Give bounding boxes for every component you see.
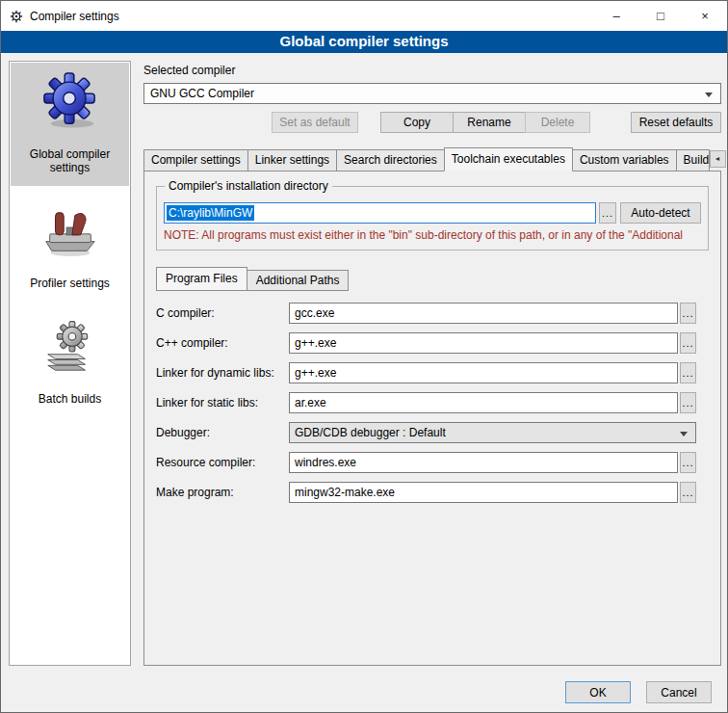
debugger-label: Debugger: bbox=[156, 426, 289, 439]
reset-defaults-button[interactable]: Reset defaults bbox=[631, 112, 721, 133]
browse-button[interactable]: ... bbox=[680, 303, 696, 324]
tab-linker-settings[interactable]: Linker settings bbox=[247, 149, 337, 171]
sidebar-item-label: Batch builds bbox=[39, 392, 101, 406]
chevron-down-icon bbox=[705, 92, 713, 97]
subtab-program-files[interactable]: Program Files bbox=[156, 267, 247, 291]
field-value: ar.exe bbox=[295, 396, 326, 409]
browse-button[interactable]: ... bbox=[680, 482, 696, 503]
cpp-compiler-input[interactable]: g++.exe bbox=[289, 332, 678, 354]
window-controls: – □ × bbox=[594, 1, 727, 31]
static-linker-label: Linker for static libs: bbox=[156, 396, 289, 409]
sidebar-item-batch-builds[interactable]: Batch builds bbox=[11, 307, 129, 417]
sidebar-item-profiler-settings[interactable]: Profiler settings bbox=[11, 192, 129, 302]
program-files-form: C compiler: gcc.exe ... C++ compiler: g+… bbox=[156, 303, 709, 503]
make-program-input[interactable]: mingw32-make.exe bbox=[289, 482, 678, 503]
chevron-down-icon bbox=[680, 432, 688, 436]
minimize-button[interactable]: – bbox=[594, 1, 638, 31]
dynamic-linker-input[interactable]: g++.exe bbox=[289, 362, 678, 383]
debugger-select[interactable]: GDB/CDB debugger : Default bbox=[289, 422, 696, 443]
resource-compiler-input[interactable]: windres.exe bbox=[289, 452, 678, 473]
form-row: C compiler: gcc.exe ... bbox=[156, 303, 696, 324]
form-row: Resource compiler: windres.exe ... bbox=[156, 452, 696, 473]
set-as-default-button[interactable]: Set as default bbox=[272, 112, 358, 133]
subtab-additional-paths[interactable]: Additional Paths bbox=[247, 270, 350, 291]
window-title: Compiler settings bbox=[30, 10, 119, 23]
tab-scroll-left-icon[interactable]: ◄ bbox=[710, 150, 726, 168]
program-subtabs: Program Files Additional Paths bbox=[156, 267, 709, 291]
tab-custom-variables[interactable]: Custom variables bbox=[572, 149, 677, 171]
browse-button[interactable]: ... bbox=[680, 392, 696, 413]
titlebar[interactable]: Compiler settings – □ × bbox=[1, 1, 727, 31]
cancel-button[interactable]: Cancel bbox=[646, 681, 712, 703]
rename-button[interactable]: Rename bbox=[453, 112, 526, 133]
sidebar-item-global-compiler-settings[interactable]: Global compiler settings bbox=[11, 63, 129, 186]
blue-gear-icon bbox=[40, 70, 100, 130]
static-linker-input[interactable]: ar.exe bbox=[289, 392, 678, 413]
tab-scroll-buttons: ◄ ► bbox=[709, 150, 728, 168]
field-value: gcc.exe bbox=[295, 306, 334, 320]
gray-gear-stack-icon bbox=[40, 315, 100, 375]
main-content: Selected compiler GNU GCC Compiler Set a… bbox=[143, 61, 721, 666]
compiler-select[interactable]: GNU GCC Compiler bbox=[143, 83, 721, 104]
compiler-actions: Set as default Copy Rename Delete Reset … bbox=[143, 112, 721, 133]
compiler-select-value: GNU GCC Compiler bbox=[150, 87, 254, 100]
install-dir-value: C:\raylib\MinGW bbox=[167, 205, 254, 221]
sidebar-item-label: Global compiler settings bbox=[13, 147, 127, 174]
c-compiler-label: C compiler: bbox=[156, 306, 289, 320]
sidebar-item-label: Profiler settings bbox=[30, 277, 110, 290]
form-row: Debugger: GDB/CDB debugger : Default bbox=[156, 422, 696, 443]
install-dir-browse-button[interactable]: ... bbox=[599, 202, 616, 224]
make-program-label: Make program: bbox=[156, 486, 289, 499]
auto-detect-button[interactable]: Auto-detect bbox=[620, 202, 701, 224]
delete-button[interactable]: Delete bbox=[525, 112, 590, 133]
compiler-settings-dialog: Compiler settings – □ × Global compiler … bbox=[0, 0, 728, 713]
maximize-button[interactable]: □ bbox=[638, 1, 683, 31]
app-gear-icon bbox=[10, 10, 23, 23]
form-row: C++ compiler: g++.exe ... bbox=[156, 332, 696, 354]
install-dir-group-title: Compiler's installation directory bbox=[165, 179, 332, 193]
tab-search-directories[interactable]: Search directories bbox=[336, 149, 445, 171]
category-sidebar: Global compiler settings Profiler settin… bbox=[9, 61, 131, 666]
tab-strip: Compiler settings Linker settings Search… bbox=[143, 146, 721, 171]
field-value: GDB/CDB debugger : Default bbox=[295, 426, 446, 439]
form-row: Linker for static libs: ar.exe ... bbox=[156, 392, 696, 413]
selected-compiler-label: Selected compiler bbox=[143, 64, 721, 77]
tab-build[interactable]: Build bbox=[676, 149, 710, 171]
form-row: Make program: mingw32-make.exe ... bbox=[156, 482, 696, 503]
cpp-compiler-label: C++ compiler: bbox=[156, 336, 289, 350]
browse-button[interactable]: ... bbox=[680, 452, 696, 473]
field-value: windres.exe bbox=[295, 456, 356, 469]
install-dir-groupbox: Compiler's installation directory C:\ray… bbox=[156, 186, 709, 251]
field-value: g++.exe bbox=[295, 366, 336, 380]
profiler-tool-icon bbox=[40, 199, 100, 259]
close-button[interactable]: × bbox=[683, 1, 727, 31]
copy-button[interactable]: Copy bbox=[380, 112, 454, 133]
field-value: g++.exe bbox=[295, 336, 336, 350]
ok-button[interactable]: OK bbox=[565, 681, 631, 703]
toolchain-panel: Compiler's installation directory C:\ray… bbox=[143, 171, 721, 666]
browse-button[interactable]: ... bbox=[680, 332, 696, 354]
field-value: mingw32-make.exe bbox=[295, 486, 395, 499]
dynamic-linker-label: Linker for dynamic libs: bbox=[156, 366, 289, 380]
bin-note-text: NOTE: All programs must exist either in … bbox=[164, 228, 701, 242]
resource-compiler-label: Resource compiler: bbox=[156, 456, 289, 469]
tab-toolchain-executables[interactable]: Toolchain executables bbox=[444, 147, 573, 172]
tab-compiler-settings[interactable]: Compiler settings bbox=[143, 149, 248, 171]
page-title: Global compiler settings bbox=[1, 31, 727, 53]
form-row: Linker for dynamic libs: g++.exe ... bbox=[156, 362, 696, 383]
c-compiler-input[interactable]: gcc.exe bbox=[289, 303, 678, 324]
browse-button[interactable]: ... bbox=[680, 362, 696, 383]
install-dir-input[interactable]: C:\raylib\MinGW bbox=[164, 202, 596, 224]
